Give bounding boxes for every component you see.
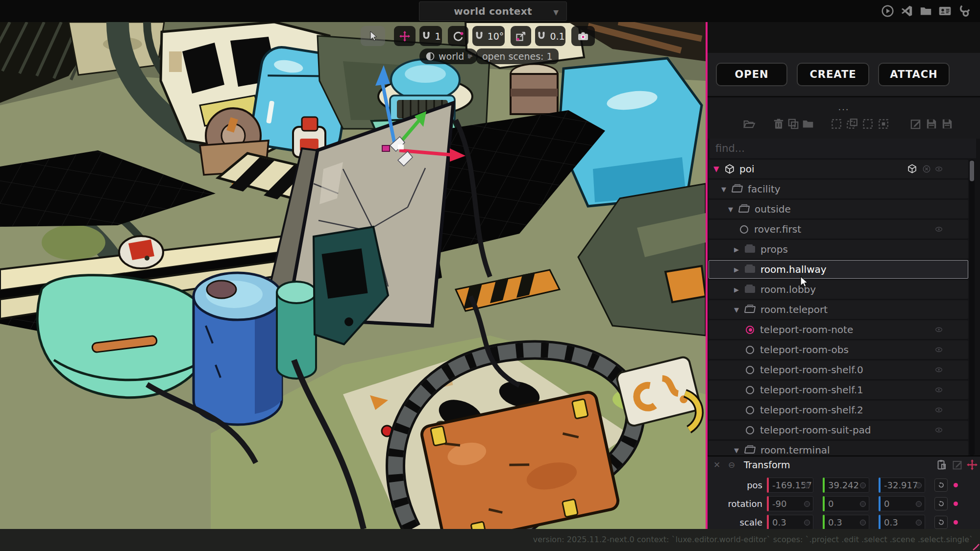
reset-button[interactable] xyxy=(934,479,948,492)
scale-y-field[interactable]: 0.3 xyxy=(823,515,869,529)
snap-rotate-button[interactable]: 10° xyxy=(472,26,505,46)
tree-item-label: rover.first xyxy=(754,223,801,235)
select-inner-icon[interactable] xyxy=(877,118,891,131)
pos-z-field[interactable]: -32.917 xyxy=(879,478,925,493)
rotation-z-field[interactable]: 0 xyxy=(879,496,925,511)
attach-button[interactable]: ATTACH xyxy=(878,63,950,86)
tree-item-teleport-room-shelf-0[interactable]: teleport-room-shelf.0 xyxy=(709,360,968,379)
vscode-icon[interactable] xyxy=(899,3,914,18)
drag-knob[interactable] xyxy=(860,501,866,507)
viewport[interactable]: 1 10° 0.1 world ▼ ▶ open scenes: 1 xyxy=(0,22,706,529)
tree-scrollbar-thumb[interactable] xyxy=(970,161,974,181)
move-tool-button[interactable] xyxy=(394,26,416,46)
eye-icon[interactable] xyxy=(934,346,944,354)
snap-move-button[interactable]: 1 xyxy=(419,26,442,46)
scale-x-field[interactable]: 0.3 xyxy=(767,515,813,529)
save-icon[interactable] xyxy=(925,118,939,131)
play-button[interactable] xyxy=(880,3,895,18)
trash-icon[interactable] xyxy=(772,118,786,131)
tree-item-teleport-room-shelf-1[interactable]: teleport-room-shelf.1 xyxy=(709,381,968,399)
collapse-arrow-icon[interactable]: ▼ xyxy=(734,306,745,313)
scale-z-field[interactable]: 0.3 xyxy=(879,515,925,529)
world-context-dropdown[interactable]: world context ▼ xyxy=(419,1,567,21)
save-all-icon[interactable] xyxy=(941,118,955,131)
drag-knob[interactable] xyxy=(916,520,922,526)
camera-button[interactable] xyxy=(571,26,595,46)
pos-y-field[interactable]: 39.242 xyxy=(823,478,869,493)
resize-corner-accent[interactable] xyxy=(973,544,980,551)
edit-icon[interactable] xyxy=(952,459,964,471)
eye-icon[interactable] xyxy=(934,426,944,434)
open-button[interactable]: OPEN xyxy=(716,63,787,86)
world-scope-dropdown[interactable]: world ▼ xyxy=(419,48,478,64)
collapse-arrow-icon[interactable]: ▼ xyxy=(721,186,732,193)
open-scenes-badge[interactable]: open scenes: 1 xyxy=(476,48,559,64)
hierarchy-toolbar: ... xyxy=(708,98,980,139)
drag-knob[interactable] xyxy=(916,501,922,507)
package-badge-icon[interactable] xyxy=(907,164,917,174)
folder-icon[interactable] xyxy=(918,3,933,18)
select-tool-button[interactable] xyxy=(361,26,385,46)
drag-knob[interactable] xyxy=(804,520,810,526)
eye-icon[interactable] xyxy=(934,165,944,173)
edit-icon[interactable] xyxy=(909,118,923,131)
remove-icon[interactable] xyxy=(922,165,931,173)
select-box-icon[interactable] xyxy=(861,118,875,131)
find-input[interactable] xyxy=(710,139,976,158)
pos-x-field[interactable]: -169.157 xyxy=(767,478,813,493)
collapse-arrow-icon[interactable]: ▼ xyxy=(713,165,724,173)
tree-item-room-lobby[interactable]: ▶ room.lobby xyxy=(709,280,968,299)
tree-scrollbar[interactable] xyxy=(969,160,975,455)
tree-item-teleport-room-obs[interactable]: teleport-room-obs xyxy=(709,340,968,359)
collapse-arrow-icon[interactable]: ▼ xyxy=(734,447,745,454)
luxe-logo-icon[interactable] xyxy=(956,3,971,18)
row-label: pos xyxy=(708,480,762,490)
clipboard-icon[interactable] xyxy=(936,459,948,471)
drag-knob[interactable] xyxy=(860,520,866,526)
overflow-label[interactable]: ... xyxy=(708,102,980,112)
expand-arrow-icon[interactable]: ▶ xyxy=(734,266,745,273)
close-icon[interactable]: ✕ xyxy=(713,460,720,470)
contact-card-icon[interactable] xyxy=(937,3,952,18)
duplicate-icon[interactable] xyxy=(787,118,801,131)
tree-item-poi[interactable]: ▼ poi xyxy=(709,160,968,178)
drag-knob[interactable] xyxy=(804,501,810,507)
reset-button[interactable] xyxy=(934,497,948,510)
tree-item-teleport-room-note[interactable]: teleport-room-note xyxy=(709,320,968,339)
gizmo-magenta-handle[interactable] xyxy=(382,145,390,151)
tree-item-props[interactable]: ▶ props xyxy=(709,240,968,259)
open-folder-icon[interactable] xyxy=(743,118,757,131)
eye-icon[interactable] xyxy=(934,225,944,233)
eye-icon[interactable] xyxy=(934,366,944,374)
create-button[interactable]: CREATE xyxy=(797,63,869,86)
select-group-icon[interactable] xyxy=(846,118,859,131)
tree-item-outside[interactable]: ▼ outside xyxy=(709,200,968,218)
rotate-tool-button[interactable] xyxy=(448,26,468,46)
snap-scale-button[interactable]: 0.1 xyxy=(535,26,565,46)
expand-arrow-icon[interactable]: ▶ xyxy=(734,286,745,293)
tree-item-teleport-room-suit-pad[interactable]: teleport-room-suit-pad xyxy=(709,421,968,439)
select-marquee-icon[interactable] xyxy=(830,118,844,131)
rotation-x-field[interactable]: -90 xyxy=(767,496,813,511)
tree-item-teleport-room-shelf-2[interactable]: teleport-room-shelf.2 xyxy=(709,401,968,419)
eye-icon[interactable] xyxy=(934,406,944,414)
tree-item-room-teleport[interactable]: ▼ room.teleport xyxy=(709,300,968,319)
tree-item-rover-first[interactable]: rover.first xyxy=(709,220,968,239)
tree-item-room-hallway[interactable]: ▶ room.hallway xyxy=(709,260,968,279)
rotation-y-field[interactable]: 0 xyxy=(823,496,869,511)
folder-icon[interactable] xyxy=(802,118,815,131)
reset-button[interactable] xyxy=(934,516,948,529)
eye-icon[interactable] xyxy=(934,326,944,334)
drag-knob[interactable] xyxy=(916,482,922,488)
move-gizmo-icon[interactable] xyxy=(966,459,979,471)
scale-tool-button[interactable] xyxy=(511,26,531,46)
tree-item-room-terminal[interactable]: ▼ room.terminal xyxy=(709,441,968,455)
drag-knob[interactable] xyxy=(804,482,810,488)
expand-arrow-icon[interactable]: ▶ xyxy=(734,246,745,253)
tree-item-facility[interactable]: ▼ facility xyxy=(709,180,968,198)
eye-icon[interactable] xyxy=(934,386,944,394)
collapse-icon[interactable]: ⊖ xyxy=(728,460,735,470)
gizmo-center-handle[interactable] xyxy=(398,144,404,149)
collapse-arrow-icon[interactable]: ▼ xyxy=(728,206,739,213)
drag-knob[interactable] xyxy=(860,482,866,488)
